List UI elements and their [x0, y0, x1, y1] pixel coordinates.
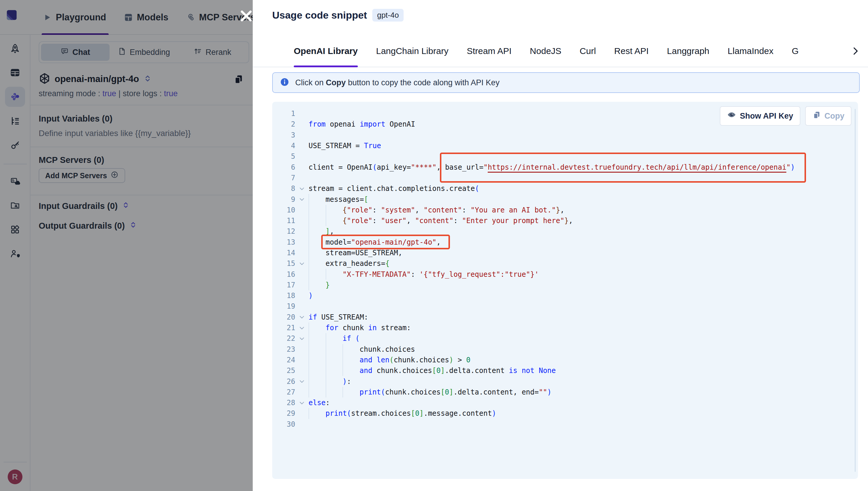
code-text: client = OpenAI(api_key="****", base_url… — [309, 163, 795, 171]
indent-guide — [326, 387, 343, 398]
code-text: stream = client.chat.completions.create( — [309, 184, 479, 193]
line-number: 28 — [272, 399, 295, 407]
fold-chevron-icon[interactable] — [295, 185, 309, 192]
indent-guide — [309, 269, 326, 280]
indent-guide — [309, 376, 326, 386]
code-line: 28else: — [272, 398, 858, 408]
fold-chevron-icon[interactable] — [295, 196, 309, 202]
library-tab-list: OpenAI LibraryLangChain LibraryStream AP… — [294, 35, 844, 67]
code-line: 11{"role": "user", "content": "Enter you… — [272, 215, 858, 226]
code-text: extra_headers={ — [326, 259, 390, 268]
code-text: from openai import OpenAI — [309, 120, 415, 128]
line-number: 6 — [272, 163, 295, 171]
line-number: 7 — [272, 174, 295, 182]
model-badge: gpt-4o — [372, 9, 403, 22]
fold-chevron-icon[interactable] — [295, 378, 309, 384]
line-number: 2 — [272, 120, 295, 128]
fold-chevron-icon[interactable] — [295, 314, 309, 320]
code-text: ) — [309, 291, 313, 300]
fold-chevron-icon[interactable] — [295, 325, 309, 331]
code-scrollbar[interactable] — [855, 109, 856, 472]
close-icon[interactable] — [239, 8, 254, 24]
line-number: 14 — [272, 249, 295, 257]
indent-guide — [326, 205, 343, 215]
line-number: 26 — [272, 377, 295, 386]
code-line: 8stream = client.chat.completions.create… — [272, 183, 858, 194]
library-tab-llamaindex[interactable]: LlamaIndex — [728, 35, 774, 67]
code-text: {"role": "system", "content": "You are a… — [342, 206, 564, 214]
code-text: model="openai-main/gpt-4o", — [326, 238, 441, 247]
line-number: 27 — [272, 388, 295, 396]
show-api-key-button[interactable]: Show API Key — [720, 106, 801, 126]
indent-guide — [326, 376, 343, 386]
fold-chevron-icon[interactable] — [295, 336, 309, 342]
copy-label: Copy — [824, 112, 845, 121]
code-text: and len(chunk.choices) > 0 — [360, 356, 471, 364]
indent-guide — [326, 365, 343, 376]
code-text: stream=USE_STREAM, — [326, 249, 402, 257]
code-text: for chunk in stream: — [326, 324, 411, 332]
fold-chevron-icon[interactable] — [295, 400, 309, 406]
indent-guide — [309, 205, 326, 215]
code-line: 22if ( — [272, 333, 858, 344]
line-number: 19 — [272, 302, 295, 310]
banner-text: Click on Copy button to copy the code al… — [295, 78, 500, 87]
indent-guide — [309, 258, 326, 269]
library-tab-nodejs[interactable]: NodeJS — [530, 35, 562, 67]
eye-icon — [727, 110, 736, 122]
code-text: print(stream.choices[0].message.content) — [326, 409, 496, 417]
chevron-right-icon[interactable] — [850, 46, 860, 57]
code-line: 19 — [272, 301, 858, 312]
fold-chevron-icon[interactable] — [295, 261, 309, 267]
indent-guide — [309, 387, 326, 398]
code-line: 9messages=[ — [272, 194, 858, 204]
indent-guide — [309, 344, 326, 355]
indent-guide — [309, 280, 326, 290]
indent-guide — [309, 215, 326, 226]
indent-guide — [342, 355, 360, 365]
code-text: and chunk.choices[0].delta.content is no… — [360, 367, 556, 375]
indent-guide — [326, 344, 343, 355]
code-line: 10{"role": "system", "content": "You are… — [272, 205, 858, 215]
code-line: 12], — [272, 226, 858, 237]
code-line: 5 — [272, 151, 858, 162]
indent-guide — [309, 237, 326, 248]
code-text: chunk.choices — [360, 345, 415, 353]
usage-code-modal: Usage code snippet gpt-4o OpenAI Library… — [253, 0, 868, 491]
indent-guide — [309, 408, 326, 419]
line-number: 25 — [272, 367, 295, 375]
code-line: 18) — [272, 290, 858, 301]
line-number: 12 — [272, 227, 295, 235]
line-number: 4 — [272, 142, 295, 150]
line-number: 22 — [272, 334, 295, 343]
code-line: 14stream=USE_STREAM, — [272, 248, 858, 258]
code-text: } — [326, 281, 330, 289]
code-line: 29print(stream.choices[0].message.conten… — [272, 408, 858, 419]
info-banner: Click on Copy button to copy the code al… — [272, 72, 860, 93]
code-line: 21for chunk in stream: — [272, 322, 858, 333]
library-tab-openai-library[interactable]: OpenAI Library — [294, 35, 358, 67]
line-number: 5 — [272, 152, 295, 161]
line-number: 21 — [272, 324, 295, 332]
code-line: 7 — [272, 173, 858, 183]
indent-guide — [309, 248, 326, 258]
indent-guide — [342, 387, 360, 398]
library-tab-rest-api[interactable]: Rest API — [614, 35, 649, 67]
library-tab-stream-api[interactable]: Stream API — [467, 35, 512, 67]
code-line: 20if USE_STREAM: — [272, 312, 858, 322]
copy-code-button[interactable]: Copy — [805, 106, 852, 126]
library-tab-curl[interactable]: Curl — [580, 35, 596, 67]
line-number: 11 — [272, 216, 295, 225]
library-tab-langgraph[interactable]: Langgraph — [667, 35, 709, 67]
line-number: 18 — [272, 291, 295, 300]
library-tab-langchain-library[interactable]: LangChain Library — [376, 35, 448, 67]
line-number: 16 — [272, 270, 295, 279]
code-text: ): — [342, 377, 351, 386]
copy-icon — [812, 111, 821, 121]
code-line: 25and chunk.choices[0].delta.content is … — [272, 365, 858, 376]
code-line: 16"X-TFY-METADATA": '{"tfy_log_request":… — [272, 269, 858, 280]
line-number: 24 — [272, 356, 295, 364]
code-text: "X-TFY-METADATA": '{"tfy_log_request":"t… — [342, 270, 539, 279]
library-tab-g[interactable]: G — [792, 35, 799, 67]
indent-guide — [309, 322, 326, 333]
